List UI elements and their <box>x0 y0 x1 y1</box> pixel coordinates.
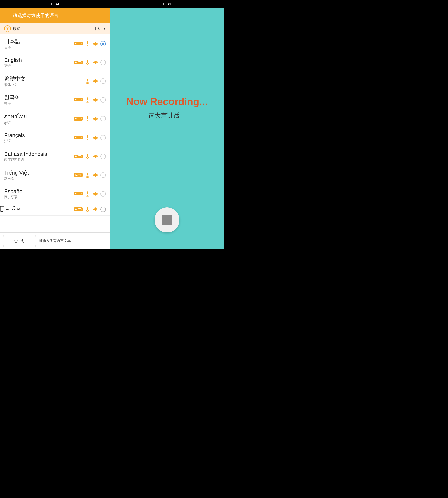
list-item[interactable]: Español 西班牙语 AUTO <box>0 184 110 203</box>
auto-badge: AUTO <box>74 98 82 101</box>
radio-button[interactable] <box>100 60 106 65</box>
ok-button[interactable]: ＯＫ <box>3 235 36 247</box>
speaker-icon[interactable] <box>93 60 98 65</box>
lang-names: Français 法语 <box>4 132 74 143</box>
radio-button[interactable] <box>100 78 106 84</box>
speaker-icon[interactable] <box>93 153 98 159</box>
svg-rect-12 <box>87 97 88 100</box>
list-item[interactable]: English 英语 AUTO <box>0 53 110 72</box>
dropdown-arrow-icon[interactable]: ▼ <box>103 27 106 30</box>
lang-secondary: 韩语 <box>4 101 74 106</box>
lang-secondary: 泰语 <box>4 121 74 125</box>
lang-primary: 日本語 <box>4 38 74 45</box>
lang-controls: AUTO <box>74 191 106 197</box>
mic-icon[interactable] <box>85 153 90 159</box>
lang-names: 한국어 韩语 <box>4 94 74 106</box>
speaker-icon[interactable] <box>93 206 98 212</box>
help-icon: ? <box>4 25 11 32</box>
status-bar-right: 10:41 <box>110 0 224 8</box>
stop-button[interactable] <box>155 207 179 232</box>
speaker-icon[interactable] <box>93 172 98 178</box>
list-item[interactable]: Français 法语 AUTO <box>0 129 110 147</box>
auto-badge: AUTO <box>74 136 82 139</box>
lang-primary: မြန်မာ <box>4 206 74 213</box>
lang-secondary: 越南语 <box>4 176 74 181</box>
auto-badge: AUTO <box>74 117 82 120</box>
svg-marker-19 <box>93 117 96 121</box>
mic-icon[interactable] <box>85 206 90 212</box>
mic-icon[interactable] <box>85 172 90 178</box>
list-item[interactable]: Tiếng Việt 越南语 AUTO <box>0 166 110 184</box>
svg-marker-3 <box>93 42 96 46</box>
list-item[interactable]: ภาษาไทย 泰语 AUTO <box>0 109 110 129</box>
bottom-hint: 可输入所有语言文本 <box>39 238 71 243</box>
speaker-icon[interactable] <box>93 97 98 103</box>
list-item[interactable]: 日本語 日语 AUTO <box>0 34 110 53</box>
left-panel: 10:44 ← 请选择对方使用的语言 ? 模式 手动 ▼ 日本語 日语 AUTO <box>0 0 110 249</box>
lang-names: Español 西班牙语 <box>4 188 74 199</box>
radio-button[interactable] <box>100 116 106 121</box>
svg-marker-39 <box>93 207 96 211</box>
svg-rect-24 <box>87 154 88 157</box>
radio-button[interactable] <box>100 207 106 212</box>
lang-secondary: 印度尼西亚语 <box>4 158 74 162</box>
radio-button[interactable] <box>100 191 106 197</box>
lang-secondary: 繁体中文 <box>4 83 85 87</box>
language-list: 日本語 日语 AUTO <box>0 34 110 232</box>
header: ← 请选择对方使用的语言 <box>0 8 110 23</box>
header-title: 请选择对方使用的语言 <box>13 13 59 19</box>
bottom-bar: ＯＫ 可输入所有语言文本 <box>0 232 110 249</box>
lang-names: English 英语 <box>4 57 74 68</box>
svg-rect-4 <box>87 60 88 63</box>
radio-button[interactable] <box>100 97 106 102</box>
svg-marker-35 <box>93 192 96 196</box>
list-item[interactable]: မြန်မာ AUTO <box>0 203 110 216</box>
svg-marker-27 <box>93 154 96 158</box>
svg-marker-7 <box>93 60 96 64</box>
radio-button[interactable] <box>100 154 106 159</box>
svg-rect-20 <box>87 135 88 138</box>
back-button[interactable]: ← <box>4 13 10 19</box>
speaker-icon[interactable] <box>93 78 98 84</box>
speaker-icon[interactable] <box>93 135 98 141</box>
list-item[interactable]: Bahasa Indonesia 印度尼西亚语 AUTO <box>0 147 110 166</box>
recording-subtitle: 请大声讲话。 <box>148 111 186 120</box>
lang-primary: 繁體中文 <box>4 75 85 82</box>
lang-controls: AUTO <box>74 116 106 122</box>
lang-primary: 한국어 <box>4 94 74 101</box>
mic-icon[interactable] <box>85 97 90 103</box>
list-item[interactable]: 繁體中文 繁体中文 <box>0 72 110 90</box>
svg-marker-11 <box>93 79 96 83</box>
lang-names: 日本語 日语 <box>4 38 74 50</box>
right-panel: 10:41 Now Recording... 请大声讲话。 <box>110 0 224 249</box>
mic-icon[interactable] <box>85 116 90 122</box>
speaker-icon[interactable] <box>93 41 98 47</box>
lang-names: မြန်မာ <box>4 206 74 213</box>
lang-primary: Tiếng Việt <box>4 169 74 176</box>
svg-rect-16 <box>87 116 88 119</box>
speaker-icon[interactable] <box>93 116 98 122</box>
lang-controls: AUTO <box>74 206 106 212</box>
lang-secondary: 西班牙语 <box>4 195 74 199</box>
auto-badge: AUTO <box>74 207 82 211</box>
mic-icon[interactable] <box>85 191 90 197</box>
lang-primary: ภาษาไทย <box>4 112 74 120</box>
svg-marker-15 <box>93 98 96 102</box>
stop-icon <box>161 215 172 225</box>
radio-button[interactable] <box>100 41 106 47</box>
mic-icon[interactable] <box>85 60 90 65</box>
speaker-icon[interactable] <box>93 191 98 197</box>
lang-controls: AUTO <box>74 41 106 47</box>
time-right: 10:41 <box>163 2 171 6</box>
mic-icon[interactable] <box>85 41 90 47</box>
radio-button[interactable] <box>100 172 106 178</box>
lang-secondary: 法语 <box>4 139 74 143</box>
radio-button[interactable] <box>100 135 106 140</box>
mode-value: 手动 <box>94 26 101 31</box>
mic-icon[interactable] <box>85 78 90 84</box>
mode-row: ? 模式 手动 ▼ <box>0 23 110 34</box>
mic-icon[interactable] <box>85 135 90 141</box>
list-item[interactable]: 한국어 韩语 AUTO <box>0 90 110 109</box>
lang-controls: AUTO <box>74 97 106 103</box>
status-bar-left: 10:44 <box>0 0 110 8</box>
